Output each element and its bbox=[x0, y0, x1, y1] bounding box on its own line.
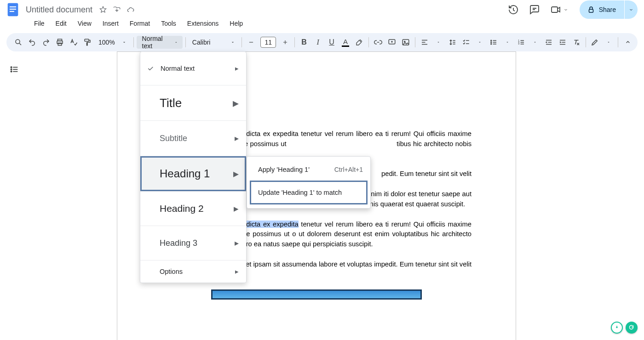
align-dropdown[interactable] bbox=[418, 36, 431, 49]
caret-up-icon bbox=[174, 40, 178, 45]
chevron-right-icon: ▸ bbox=[234, 203, 239, 214]
svg-point-15 bbox=[491, 42, 492, 43]
chevron-right-icon: ▸ bbox=[233, 96, 239, 110]
underline-button[interactable]: U bbox=[325, 36, 338, 49]
style-option-normal-text[interactable]: Normal text ▸ bbox=[140, 52, 246, 85]
paragraph-styles-menu: Normal text ▸ Title ▸ Subtitle ▸ Heading… bbox=[140, 51, 247, 283]
paragraph-style-dropdown[interactable]: Normal text bbox=[137, 36, 183, 49]
move-icon[interactable] bbox=[113, 6, 121, 14]
caret-down-icon[interactable] bbox=[432, 36, 445, 49]
history-icon[interactable] bbox=[508, 4, 519, 15]
svg-point-21 bbox=[11, 69, 12, 70]
style-option-subtitle[interactable]: Subtitle ▸ bbox=[140, 121, 246, 156]
style-label: Heading 2 bbox=[160, 203, 204, 214]
bulleted-list-icon[interactable] bbox=[487, 36, 500, 49]
redo-icon[interactable] bbox=[40, 36, 52, 49]
svg-point-16 bbox=[491, 44, 492, 45]
collapse-toolbar-icon[interactable] bbox=[622, 35, 634, 50]
checklist-icon[interactable] bbox=[460, 36, 472, 49]
caret-down-icon[interactable] bbox=[529, 36, 541, 49]
highlight-button[interactable] bbox=[353, 36, 366, 49]
star-icon[interactable] bbox=[99, 6, 107, 14]
line-spacing-icon[interactable] bbox=[446, 36, 459, 49]
paint-format-icon[interactable] bbox=[81, 36, 94, 49]
search-menu-icon[interactable] bbox=[12, 36, 25, 49]
svg-rect-4 bbox=[552, 7, 558, 12]
indent-increase-icon[interactable] bbox=[556, 36, 569, 49]
chevron-right-icon: ▸ bbox=[233, 167, 239, 180]
docs-logo-icon[interactable] bbox=[4, 0, 22, 19]
grammarly-badge-icon[interactable] bbox=[626, 322, 638, 334]
menu-insert[interactable]: Insert bbox=[98, 18, 123, 29]
doc-title-input[interactable]: Untitled document bbox=[26, 5, 92, 15]
menu-extensions[interactable]: Extensions bbox=[183, 18, 223, 29]
svg-rect-3 bbox=[10, 11, 14, 12]
submenu-label: Apply 'Heading 1' bbox=[258, 166, 310, 173]
indent-decrease-icon[interactable] bbox=[542, 36, 555, 49]
share-caret-button[interactable] bbox=[625, 0, 638, 19]
font-family-label: Calibri bbox=[192, 39, 211, 46]
font-size-decrease[interactable] bbox=[245, 36, 258, 49]
insert-comment-icon[interactable] bbox=[385, 36, 398, 49]
font-size-input[interactable]: 11 bbox=[260, 37, 276, 48]
style-options[interactable]: Options ▸ bbox=[140, 261, 246, 283]
embedded-image[interactable] bbox=[211, 289, 422, 300]
heading-1-submenu: Apply 'Heading 1' Ctrl+Alt+1 Update 'Hea… bbox=[247, 156, 371, 209]
chevron-right-icon: ▸ bbox=[235, 133, 239, 143]
svg-rect-1 bbox=[10, 6, 16, 7]
numbered-list-icon[interactable]: 123 bbox=[515, 36, 528, 49]
style-option-heading-1[interactable]: Heading 1 ▸ bbox=[140, 156, 246, 191]
print-icon[interactable] bbox=[53, 36, 66, 49]
comments-icon[interactable] bbox=[529, 4, 540, 15]
insert-link-icon[interactable] bbox=[372, 36, 385, 49]
bold-button[interactable]: B bbox=[298, 36, 310, 49]
chevron-right-icon: ▸ bbox=[235, 238, 239, 248]
caret-down-icon bbox=[230, 40, 235, 45]
menu-file[interactable]: File bbox=[29, 18, 49, 29]
menu-view[interactable]: View bbox=[73, 18, 96, 29]
style-option-heading-2[interactable]: Heading 2 ▸ bbox=[140, 192, 246, 226]
font-family-dropdown[interactable]: Calibri bbox=[189, 39, 239, 46]
svg-point-20 bbox=[11, 67, 12, 68]
insert-image-icon[interactable] bbox=[399, 36, 412, 49]
spellcheck-icon[interactable] bbox=[67, 36, 80, 49]
menu-edit[interactable]: Edit bbox=[51, 18, 71, 29]
check-icon bbox=[147, 65, 154, 72]
caret-down-icon[interactable] bbox=[473, 36, 486, 49]
text-color-button[interactable]: A bbox=[339, 36, 352, 49]
style-option-title[interactable]: Title ▸ bbox=[140, 85, 246, 120]
style-label: Heading 1 bbox=[160, 167, 210, 180]
svg-text:3: 3 bbox=[518, 42, 519, 45]
meet-button[interactable] bbox=[550, 4, 569, 15]
menu-format[interactable]: Format bbox=[125, 18, 155, 29]
svg-point-6 bbox=[16, 40, 20, 44]
menu-tools[interactable]: Tools bbox=[156, 18, 181, 29]
undo-icon[interactable] bbox=[26, 36, 39, 49]
italic-button[interactable]: I bbox=[311, 36, 324, 49]
cloud-status-icon[interactable] bbox=[126, 6, 135, 14]
style-option-heading-3[interactable]: Heading 3 ▸ bbox=[140, 226, 246, 260]
apply-heading-1[interactable]: Apply 'Heading 1' Ctrl+Alt+1 bbox=[247, 159, 370, 180]
caret-down-icon[interactable] bbox=[501, 36, 514, 49]
caret-down-icon[interactable] bbox=[118, 36, 131, 49]
svg-point-14 bbox=[491, 40, 492, 41]
style-label: Normal text bbox=[161, 65, 195, 72]
caret-down-icon bbox=[628, 7, 634, 12]
caret-down-icon bbox=[563, 7, 569, 12]
style-label: Options bbox=[160, 268, 183, 275]
menu-help[interactable]: Help bbox=[225, 18, 247, 29]
share-label: Share bbox=[599, 6, 616, 13]
lock-icon bbox=[587, 6, 595, 14]
clear-formatting-icon[interactable] bbox=[570, 36, 583, 49]
grammarly-badge-outline-icon[interactable] bbox=[611, 322, 623, 334]
caret-down-icon[interactable] bbox=[602, 36, 615, 49]
outline-icon[interactable] bbox=[9, 64, 19, 74]
font-size-increase[interactable] bbox=[279, 36, 292, 49]
editing-mode-icon[interactable] bbox=[588, 36, 601, 49]
svg-rect-2 bbox=[10, 9, 16, 10]
update-heading-1-to-match[interactable]: Update 'Heading 1' to match bbox=[251, 181, 367, 204]
paragraph-style-label: Normal text bbox=[142, 35, 167, 50]
share-button[interactable]: Share bbox=[580, 0, 624, 19]
svg-rect-10 bbox=[85, 39, 89, 41]
zoom-dropdown[interactable]: 100% bbox=[95, 39, 117, 46]
